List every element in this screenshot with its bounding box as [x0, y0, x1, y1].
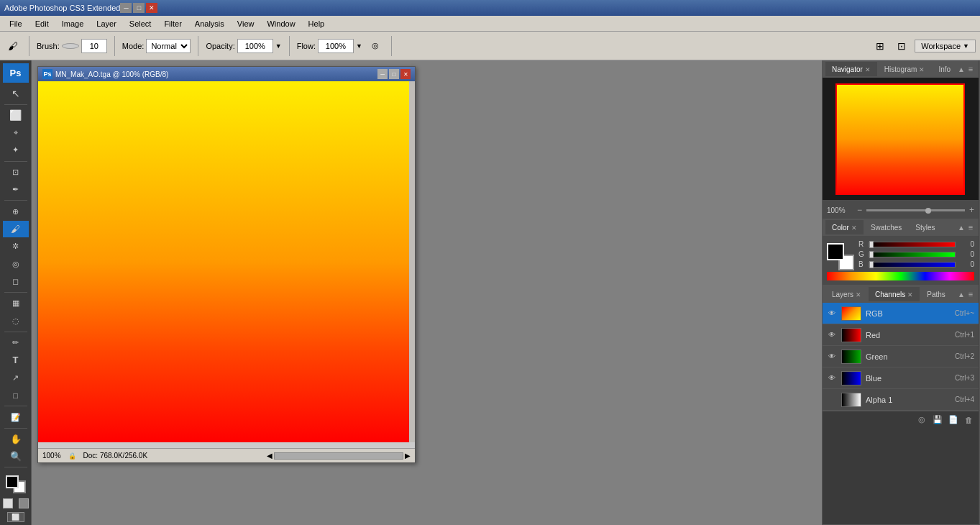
- color-panel-options[interactable]: ≡: [966, 222, 976, 232]
- menu-file[interactable]: File: [3, 17, 29, 30]
- tool-gradient[interactable]: ▦: [3, 295, 29, 311]
- tab-color[interactable]: Color ✕: [825, 220, 864, 234]
- mode-dropdown[interactable]: Normal: [146, 39, 191, 53]
- close-button[interactable]: ✕: [146, 3, 157, 13]
- channels-panel-collapse[interactable]: ▲: [958, 291, 965, 298]
- horizontal-scrollbar[interactable]: [274, 452, 403, 460]
- brush-tool-icon[interactable]: 🖌: [4, 37, 22, 55]
- document-canvas[interactable]: [38, 81, 409, 442]
- doc-maximize-button[interactable]: □: [389, 69, 399, 79]
- airbrush-icon[interactable]: ◎: [367, 37, 384, 55]
- color-tab-close[interactable]: ✕: [851, 224, 857, 232]
- foreground-color-swatch[interactable]: [6, 475, 19, 488]
- opacity-input[interactable]: [237, 39, 273, 53]
- tool-marquee[interactable]: ⬜: [3, 107, 29, 124]
- tool-eyedropper[interactable]: ✒: [3, 181, 29, 198]
- tab-swatches[interactable]: Swatches: [864, 220, 908, 234]
- tool-magic-wand[interactable]: ✦: [3, 142, 29, 158]
- tab-info[interactable]: Info: [932, 62, 957, 76]
- channels-panel-options[interactable]: ≡: [966, 289, 976, 299]
- minimize-button[interactable]: ─: [120, 3, 132, 13]
- channels-tab-close[interactable]: ✕: [907, 291, 913, 298]
- channel-dotted-circle-icon[interactable]: ◎: [915, 414, 928, 426]
- tool-type[interactable]: T: [3, 352, 29, 368]
- menu-view[interactable]: View: [231, 17, 261, 30]
- channel-trash-icon[interactable]: 🗑: [963, 414, 976, 426]
- doc-minimize-button[interactable]: ─: [377, 69, 388, 79]
- brush-preview[interactable]: [62, 43, 79, 49]
- navigator-panel-options[interactable]: ≡: [966, 64, 976, 74]
- tab-channels[interactable]: Channels ✕: [869, 287, 920, 301]
- opacity-arrow[interactable]: ▼: [275, 42, 282, 50]
- zoom-in-button[interactable]: +: [969, 205, 974, 215]
- channel-rgb-visibility[interactable]: 👁: [827, 309, 837, 319]
- tab-layers[interactable]: Layers ✕: [825, 287, 868, 301]
- doc-close-button[interactable]: ✕: [400, 69, 411, 79]
- r-slider-thumb[interactable]: [869, 241, 874, 248]
- tab-navigator[interactable]: Navigator ✕: [825, 62, 877, 76]
- standard-mode-icon[interactable]: [3, 498, 13, 508]
- channel-save-icon[interactable]: 💾: [931, 414, 944, 426]
- channel-red-row[interactable]: 👁 Red Ctrl+1: [823, 324, 979, 346]
- tool-path-select[interactable]: ↗: [3, 370, 29, 386]
- color-panel-collapse[interactable]: ▲: [958, 224, 965, 232]
- menu-image[interactable]: Image: [55, 17, 91, 30]
- screen-mode-button[interactable]: ⬜: [7, 512, 24, 522]
- tab-styles[interactable]: Styles: [909, 220, 941, 234]
- flow-input[interactable]: [318, 39, 354, 53]
- layers-tab-close[interactable]: ✕: [856, 291, 861, 298]
- tool-lasso[interactable]: ⌖: [3, 124, 29, 141]
- tool-eraser[interactable]: ◻: [3, 273, 29, 290]
- flow-arrow[interactable]: ▼: [356, 42, 362, 50]
- brush-size-input[interactable]: [81, 39, 107, 53]
- channel-green-visibility[interactable]: 👁: [827, 352, 837, 362]
- channel-green-row[interactable]: 👁 Green Ctrl+2: [823, 346, 979, 368]
- navigator-view-rectangle[interactable]: [835, 83, 965, 195]
- histogram-tab-close[interactable]: ✕: [919, 66, 925, 73]
- menu-select[interactable]: Select: [123, 17, 158, 30]
- tool-dodge[interactable]: ◌: [3, 313, 29, 329]
- foreground-color-box[interactable]: [827, 243, 844, 260]
- channel-alpha-row[interactable]: Alpha 1 Ctrl+4: [823, 389, 979, 411]
- zoom-slider-thumb[interactable]: [925, 208, 931, 214]
- menu-window[interactable]: Window: [260, 17, 301, 30]
- canvas-scrollbar-vertical[interactable]: [409, 81, 415, 442]
- navigator-panel-collapse[interactable]: ▲: [958, 65, 965, 73]
- tool-clone[interactable]: ✲: [3, 238, 29, 255]
- b-slider-thumb[interactable]: [869, 261, 874, 268]
- tool-shape[interactable]: □: [3, 387, 29, 403]
- workspace-button[interactable]: Workspace ▼: [915, 40, 976, 52]
- channel-red-visibility[interactable]: 👁: [827, 330, 837, 340]
- channel-rgb-row[interactable]: 👁 RGB Ctrl+~: [823, 303, 979, 324]
- channel-alpha-visibility[interactable]: [827, 395, 837, 405]
- tool-brush[interactable]: 🖌: [3, 221, 29, 237]
- tab-histogram[interactable]: Histogram ✕: [878, 62, 932, 76]
- color-spectrum-bar[interactable]: [827, 272, 974, 280]
- tool-zoom[interactable]: 🔍: [3, 448, 29, 465]
- channel-blue-visibility[interactable]: 👁: [827, 373, 837, 383]
- tool-move[interactable]: ↖: [3, 85, 29, 101]
- channel-new-icon[interactable]: 📄: [947, 414, 960, 426]
- scroll-right[interactable]: ▶: [405, 452, 411, 460]
- menu-edit[interactable]: Edit: [29, 17, 55, 30]
- tool-healing[interactable]: ⊕: [3, 203, 29, 219]
- tool-notes[interactable]: 📝: [3, 408, 29, 425]
- b-slider-track[interactable]: [869, 262, 956, 268]
- tool-hand[interactable]: ✋: [3, 431, 29, 447]
- menu-help[interactable]: Help: [302, 17, 331, 30]
- tool-crop[interactable]: ⊡: [3, 164, 29, 181]
- g-slider-track[interactable]: [869, 252, 956, 257]
- r-slider-track[interactable]: [869, 242, 956, 247]
- zoom-slider[interactable]: [866, 209, 965, 211]
- maximize-button[interactable]: □: [133, 3, 145, 13]
- panel-adjust-icon[interactable]: ⊡: [893, 37, 910, 55]
- navigator-tab-close[interactable]: ✕: [865, 66, 871, 73]
- menu-layer[interactable]: Layer: [90, 17, 123, 30]
- scroll-left[interactable]: ◀: [267, 452, 273, 460]
- menu-filter[interactable]: Filter: [157, 17, 188, 30]
- zoom-out-button[interactable]: −: [857, 205, 862, 215]
- tool-history-brush[interactable]: ◎: [3, 255, 29, 272]
- g-slider-thumb[interactable]: [869, 251, 874, 258]
- panel-toggle-icon[interactable]: ⊞: [871, 37, 889, 55]
- menu-analysis[interactable]: Analysis: [188, 17, 231, 30]
